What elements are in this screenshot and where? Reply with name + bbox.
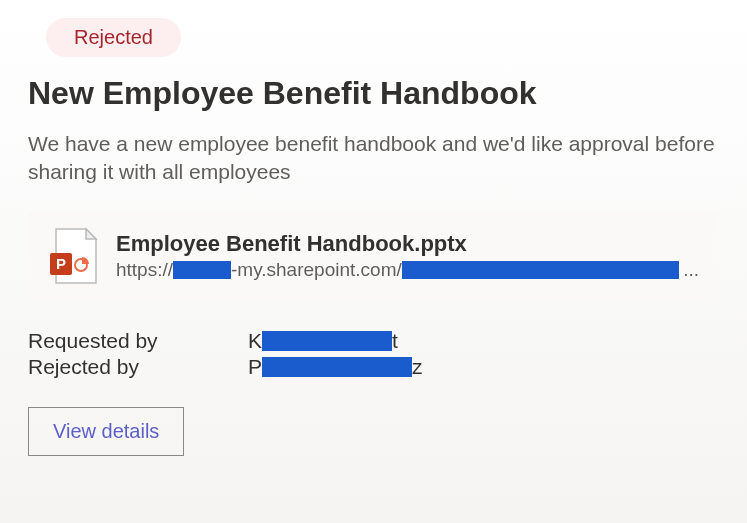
redacted-segment	[262, 357, 412, 377]
rejected-by-label: Rejected by	[28, 355, 248, 379]
requested-by-suffix: t	[392, 329, 398, 353]
attachment-card[interactable]: P Employee Benefit Handbook.pptx https:/…	[28, 211, 719, 301]
status-badge: Rejected	[46, 18, 181, 57]
attachment-url: https:// -my.sharepoint.com/ ...	[116, 259, 699, 281]
powerpoint-file-icon: P	[48, 227, 98, 285]
rejected-by-row: Rejected by P z	[28, 355, 719, 379]
redacted-segment	[402, 261, 679, 279]
redacted-segment	[173, 261, 231, 279]
attachment-filename: Employee Benefit Handbook.pptx	[116, 231, 699, 257]
page-title: New Employee Benefit Handbook	[28, 75, 719, 112]
redacted-segment	[262, 331, 392, 351]
meta-section: Requested by K t Rejected by P z	[28, 329, 719, 379]
requested-by-row: Requested by K t	[28, 329, 719, 353]
rejected-by-initial: P	[248, 355, 262, 379]
attachment-info: Employee Benefit Handbook.pptx https:// …	[116, 231, 699, 281]
view-details-button[interactable]: View details	[28, 407, 184, 456]
rejected-by-suffix: z	[412, 355, 423, 379]
requested-by-label: Requested by	[28, 329, 248, 353]
approval-description: We have a new employee benefit handbook …	[28, 130, 719, 187]
url-prefix: https://	[116, 259, 173, 281]
url-ellipsis: ...	[683, 259, 699, 281]
rejected-by-value: P z	[248, 355, 423, 379]
url-mid: -my.sharepoint.com/	[231, 259, 402, 281]
svg-text:P: P	[56, 255, 66, 272]
requested-by-initial: K	[248, 329, 262, 353]
requested-by-value: K t	[248, 329, 398, 353]
